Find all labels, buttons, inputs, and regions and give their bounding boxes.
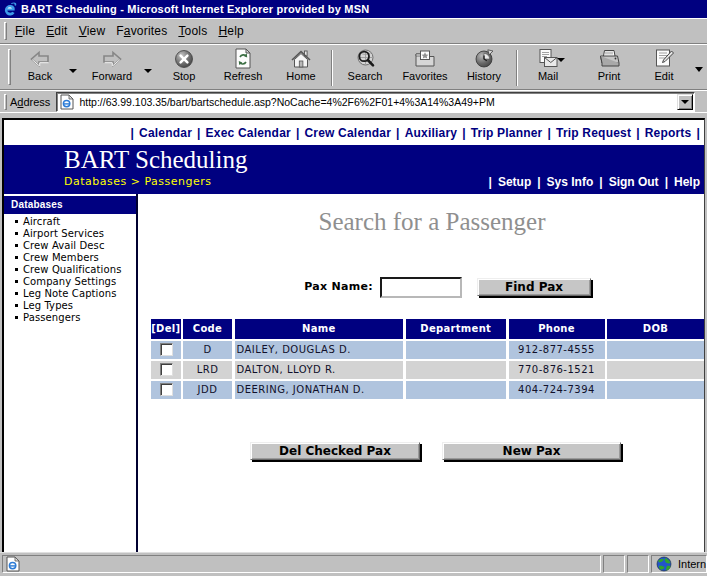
nav-calendar[interactable]: Calendar <box>137 126 194 140</box>
col-header-phone: Phone <box>509 319 605 339</box>
sidebar-item-airport-services[interactable]: Airport Services <box>3 228 136 240</box>
row-checkbox[interactable] <box>160 383 173 396</box>
address-url: http://63.99.103.35/bart/bartschedule.as… <box>79 96 494 108</box>
cell-code: LRD <box>183 361 232 379</box>
page-top-nav: |Calendar|Exec Calendar|Crew Calendar|Au… <box>4 120 704 145</box>
forward-button[interactable]: Forward <box>86 48 138 88</box>
stop-button[interactable]: Stop <box>158 48 210 88</box>
sidebar-item-crew-qualifications[interactable]: Crew Qualifications <box>3 264 136 276</box>
row-checkbox[interactable] <box>160 343 173 356</box>
menu-edit[interactable]: Edit <box>42 24 72 38</box>
cell-department <box>406 361 507 379</box>
stop-icon <box>173 48 195 69</box>
link-sys-info[interactable]: Sys Info <box>547 175 594 189</box>
breadcrumb: Databases > Passengers <box>64 175 212 188</box>
cell-code: JDD <box>183 381 232 399</box>
status-page-ie-icon <box>6 556 20 572</box>
link-sign-out[interactable]: Sign Out <box>609 175 659 189</box>
menu-bar: File Edit View Favorites Tools Help <box>0 18 707 44</box>
refresh-icon <box>232 48 254 69</box>
edit-button[interactable]: Edit <box>638 48 690 88</box>
sidebar-item-leg-types[interactable]: Leg Types <box>3 300 136 312</box>
menu-help[interactable]: Help <box>214 24 248 38</box>
nav-trip-request[interactable]: Trip Request <box>554 126 633 140</box>
menu-file[interactable]: File <box>11 24 39 38</box>
mail-button[interactable]: Mail <box>522 48 574 88</box>
breadcrumb-databases[interactable]: Databases <box>64 175 127 188</box>
status-message-panel <box>2 555 601 573</box>
col-header-department: Department <box>406 319 507 339</box>
cell-name: DALTON, LLOYD R. <box>235 361 404 379</box>
nav-trip-planner[interactable]: Trip Planner <box>469 126 545 140</box>
sidebar-item-passengers[interactable]: Passengers <box>3 312 136 324</box>
status-bar: Internet <box>0 552 707 574</box>
back-icon <box>29 48 51 69</box>
history-icon <box>473 48 495 69</box>
sidebar-item-company-settings[interactable]: Company Settings <box>3 276 136 288</box>
sidebar-item-crew-avail-desc[interactable]: Crew Avail Desc <box>3 240 136 252</box>
menu-tools[interactable]: Tools <box>174 24 211 38</box>
cell-dob <box>607 361 704 379</box>
passenger-table: [Del] Code Name Department Phone DOB D D… <box>151 319 704 399</box>
page-header-band: BART Scheduling Databases > Passengers |… <box>4 145 704 194</box>
cell-phone: 770-876-1521 <box>509 361 605 379</box>
sidebar-item-crew-members[interactable]: Crew Members <box>3 252 136 264</box>
col-header-code: Code <box>183 319 232 339</box>
toolbar-overflow-chevron[interactable] <box>695 67 703 72</box>
print-button[interactable]: Print <box>583 48 635 88</box>
menu-favorites[interactable]: Favorites <box>112 24 171 38</box>
cell-dob <box>607 341 704 359</box>
cell-code: D <box>183 341 232 359</box>
table-row-del-cell <box>151 361 181 379</box>
back-button[interactable]: Back <box>14 48 66 88</box>
page-ie-icon <box>60 94 74 110</box>
sidebar-item-aircraft[interactable]: Aircraft <box>3 216 136 228</box>
del-checked-pax-button[interactable]: Del Checked Pax <box>250 442 420 460</box>
cell-dob <box>607 381 704 399</box>
row-checkbox[interactable] <box>160 363 173 376</box>
toolbar-separator <box>331 50 333 86</box>
link-setup[interactable]: Setup <box>498 175 531 189</box>
cell-phone: 912-877-4555 <box>509 341 605 359</box>
address-grip[interactable] <box>4 94 7 110</box>
new-pax-button[interactable]: New Pax <box>442 442 621 460</box>
refresh-button[interactable]: Refresh <box>217 48 269 88</box>
globe-icon <box>656 556 672 572</box>
nav-crew-calendar[interactable]: Crew Calendar <box>302 126 393 140</box>
main-panel: Search for a Passenger Pax Name: Find Pa… <box>141 194 704 552</box>
menu-grip[interactable] <box>4 22 7 40</box>
cell-name: DEERING, JONATHAN D. <box>235 381 404 399</box>
cell-name: DAILEY, DOUGLAS D. <box>235 341 404 359</box>
pax-name-label: Pax Name: <box>289 280 373 293</box>
browser-viewport: |Calendar|Exec Calendar|Crew Calendar|Au… <box>2 118 705 552</box>
link-help[interactable]: Help <box>674 175 700 189</box>
back-dropdown-arrow[interactable] <box>69 69 77 73</box>
mail-icon <box>537 48 559 69</box>
nav-auxiliary[interactable]: Auxiliary <box>403 126 460 140</box>
nav-exec-calendar[interactable]: Exec Calendar <box>204 126 293 140</box>
nav-reports[interactable]: Reports <box>643 126 694 140</box>
address-dropdown-button[interactable] <box>677 94 693 110</box>
home-button[interactable]: Home <box>275 48 327 88</box>
mail-dropdown-arrow[interactable] <box>557 58 565 62</box>
history-button[interactable]: History <box>458 48 510 88</box>
menu-view[interactable]: View <box>75 24 110 38</box>
pax-name-input[interactable] <box>380 277 462 298</box>
forward-dropdown-arrow[interactable] <box>144 69 152 73</box>
home-icon <box>290 48 312 69</box>
cell-department <box>406 381 507 399</box>
address-bar: Address http://63.99.103.35/bart/bartsch… <box>0 90 707 113</box>
find-pax-button[interactable]: Find Pax <box>477 278 591 296</box>
page-title: Search for a Passenger <box>141 208 704 236</box>
search-button[interactable]: Search <box>339 48 391 88</box>
forward-icon <box>101 48 123 69</box>
breadcrumb-passengers[interactable]: Passengers <box>144 175 211 188</box>
dropdown-arrow-icon <box>681 100 689 104</box>
favorites-button[interactable]: Favorites <box>399 48 451 88</box>
sidebar-item-leg-note-captions[interactable]: Leg Note Captions <box>3 288 136 300</box>
title-bar: BART Scheduling - Microsoft Internet Exp… <box>0 0 707 18</box>
header-links: |Setup|Sys Info|Sign Out|Help <box>483 175 700 189</box>
toolbar-grip[interactable] <box>8 49 11 85</box>
edit-icon <box>653 48 675 69</box>
address-input[interactable]: http://63.99.103.35/bart/bartschedule.as… <box>56 92 695 112</box>
